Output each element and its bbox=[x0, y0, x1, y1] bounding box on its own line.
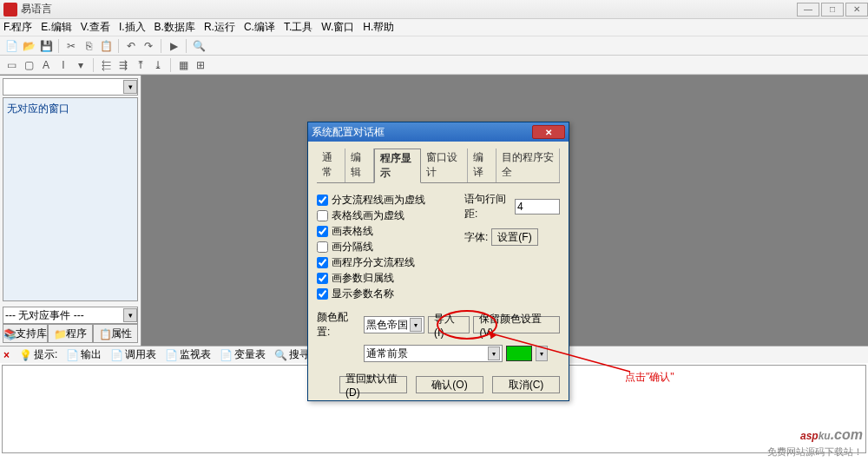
grid-icon[interactable]: ▦ bbox=[175, 57, 191, 73]
redo-icon[interactable]: ↷ bbox=[141, 38, 156, 54]
config-dialog: 系统配置对话框 ✕ 通常 编辑 程序显示 窗口设计 编译 目的程序安全 分支流程… bbox=[307, 122, 569, 401]
align-top-icon[interactable]: ⤒ bbox=[133, 57, 148, 73]
new-icon[interactable]: 📄 bbox=[3, 38, 19, 54]
watermark-sub: 免费网站源码下载站！ bbox=[767, 446, 863, 459]
copy-icon[interactable]: ⎘ bbox=[81, 38, 96, 54]
tab-program[interactable]: 📁程序 bbox=[48, 324, 93, 343]
undo-icon[interactable]: ↶ bbox=[123, 38, 139, 54]
props-icon: 📋 bbox=[99, 328, 109, 339]
tab-vars[interactable]: 📄变量表 bbox=[217, 347, 268, 362]
checkbox-group: 分支流程线画为虚线 表格线画为虚线 画表格线 画分隔线 画程序分支流程线 画参数… bbox=[317, 192, 452, 301]
align-left-icon[interactable]: ⬱ bbox=[98, 57, 114, 73]
events-combo-text: --- 无对应事件 --- bbox=[3, 308, 123, 323]
tab-support-lib[interactable]: 📚支持库 bbox=[3, 324, 48, 343]
dialog-titlebar[interactable]: 系统配置对话框 ✕ bbox=[308, 122, 569, 142]
tab-compile[interactable]: 编译 bbox=[468, 148, 496, 182]
open-icon[interactable]: 📂 bbox=[21, 38, 36, 54]
book-icon: 📚 bbox=[3, 328, 14, 339]
dialog-close-button[interactable]: ✕ bbox=[532, 125, 565, 139]
chevron-down-icon[interactable]: ▾ bbox=[410, 318, 422, 332]
menu-help[interactable]: H.帮助 bbox=[363, 20, 394, 35]
align-right-icon[interactable]: ⇶ bbox=[115, 57, 131, 73]
menu-view[interactable]: V.查看 bbox=[81, 20, 110, 35]
menu-window[interactable]: W.窗口 bbox=[321, 20, 354, 35]
import-button[interactable]: 导入(I) bbox=[428, 316, 470, 333]
watermark: aspku.com 免费网站源码下载站！ bbox=[767, 418, 863, 459]
group-icon[interactable]: ⊞ bbox=[193, 57, 208, 73]
save-colors-button[interactable]: 保留颜色设置(V) bbox=[473, 316, 560, 333]
cancel-button[interactable]: 取消(C) bbox=[492, 376, 560, 393]
dialog-tabs: 通常 编辑 程序显示 窗口设计 编译 目的程序安全 bbox=[317, 148, 560, 183]
tab-security[interactable]: 目的程序安全 bbox=[496, 148, 560, 182]
color-target-select[interactable]: 通常前景 ▾ bbox=[364, 345, 503, 362]
menu-run[interactable]: R.运行 bbox=[204, 20, 235, 35]
maximize-button[interactable]: □ bbox=[821, 3, 844, 16]
menu-tools[interactable]: T.工具 bbox=[284, 20, 312, 35]
tab-edit[interactable]: 编辑 bbox=[345, 148, 374, 182]
spacing-label: 语句行间距: bbox=[464, 192, 511, 221]
menubar: F.程序 E.编辑 V.查看 I.插入 B.数据库 R.运行 C.编译 T.工具… bbox=[0, 19, 868, 36]
tab-watch[interactable]: 📄监视表 bbox=[162, 347, 214, 362]
chevron-down-icon[interactable]: ▾ bbox=[488, 346, 500, 360]
tab-display[interactable]: 程序显示 bbox=[374, 148, 421, 183]
tree-pane[interactable]: 无对应的窗口 bbox=[3, 97, 138, 301]
toolbar-1: 📄 📂 💾 ✂ ⎘ 📋 ↶ ↷ ▶ 🔍 bbox=[0, 36, 868, 56]
ok-button[interactable]: 确认(O) bbox=[416, 376, 483, 393]
color-swatch[interactable] bbox=[506, 346, 532, 361]
menu-insert[interactable]: I.插入 bbox=[119, 20, 146, 35]
menu-edit[interactable]: E.编辑 bbox=[41, 20, 71, 35]
close-button[interactable]: ✕ bbox=[845, 3, 868, 16]
app-icon bbox=[3, 3, 17, 16]
tree-empty-text: 无对应的窗口 bbox=[7, 102, 69, 115]
check-draw-separator[interactable] bbox=[317, 241, 328, 253]
paste-icon[interactable]: 📋 bbox=[98, 38, 114, 54]
window-title: 易语言 bbox=[21, 2, 795, 16]
toolbar-2: ▭ ▢ A I ▾ ⬱ ⇶ ⤒ ⤓ ▦ ⊞ bbox=[0, 56, 868, 75]
brand-grey: ku bbox=[819, 430, 831, 442]
dialog-title: 系统配置对话框 bbox=[312, 125, 532, 140]
font-settings-button[interactable]: 设置(F) bbox=[491, 228, 537, 246]
brand-tld: .com bbox=[831, 427, 863, 442]
sidebar: ▾ 无对应的窗口 --- 无对应事件 --- ▾ 📚支持库 📁程序 📋属性 bbox=[0, 76, 141, 346]
font-label: 字体: bbox=[464, 230, 488, 245]
align-bottom-icon[interactable]: ⤓ bbox=[150, 57, 166, 73]
check-show-param-name[interactable] bbox=[317, 288, 328, 300]
edit-icon[interactable]: I bbox=[56, 57, 71, 73]
menu-database[interactable]: B.数据库 bbox=[155, 20, 195, 35]
check-branch-dashed[interactable] bbox=[317, 195, 328, 206]
check-draw-flow[interactable] bbox=[317, 257, 328, 268]
close-panel-icon[interactable]: × bbox=[3, 349, 10, 361]
run-icon[interactable]: ▶ bbox=[166, 38, 181, 54]
check-draw-grid[interactable] bbox=[317, 226, 328, 237]
spacing-input[interactable] bbox=[515, 199, 560, 214]
label-icon[interactable]: A bbox=[38, 57, 54, 73]
menu-compile[interactable]: C.编译 bbox=[244, 20, 275, 35]
tab-window-design[interactable]: 窗口设计 bbox=[421, 148, 467, 182]
tab-calltable[interactable]: 📄调用表 bbox=[108, 347, 159, 362]
save-icon[interactable]: 💾 bbox=[38, 38, 54, 54]
titlebar: 易语言 — □ ✕ bbox=[0, 0, 868, 19]
menu-program[interactable]: F.程序 bbox=[3, 20, 32, 35]
chevron-down-icon[interactable]: ▾ bbox=[536, 346, 548, 361]
reset-default-button[interactable]: 置回默认值(D) bbox=[339, 376, 407, 393]
tab-hint[interactable]: 💡提示: bbox=[16, 347, 60, 362]
tab-output[interactable]: 📄输出 bbox=[63, 347, 104, 362]
find-icon[interactable]: 🔍 bbox=[191, 38, 207, 54]
annotation-text: 点击"确认" bbox=[625, 370, 674, 385]
object-combo[interactable]: ▾ bbox=[3, 78, 138, 96]
brand-red: asp bbox=[800, 430, 819, 442]
check-draw-param-line[interactable] bbox=[317, 273, 328, 284]
cut-icon[interactable]: ✂ bbox=[63, 38, 79, 54]
color-config-label: 颜色配置: bbox=[317, 310, 360, 340]
combo-icon[interactable]: ▾ bbox=[73, 57, 89, 73]
chevron-down-icon[interactable]: ▾ bbox=[123, 80, 137, 94]
events-combo[interactable]: --- 无对应事件 --- ▾ bbox=[3, 307, 138, 324]
minimize-button[interactable]: — bbox=[797, 3, 819, 16]
scheme-select[interactable]: 黑色帝国 ▾ bbox=[364, 316, 424, 333]
button-icon[interactable]: ▢ bbox=[21, 57, 36, 73]
tab-properties[interactable]: 📋属性 bbox=[93, 324, 138, 343]
form-icon[interactable]: ▭ bbox=[3, 57, 19, 73]
tab-general[interactable]: 通常 bbox=[317, 148, 345, 182]
chevron-down-icon[interactable]: ▾ bbox=[123, 308, 137, 322]
check-grid-dashed[interactable] bbox=[317, 210, 328, 221]
